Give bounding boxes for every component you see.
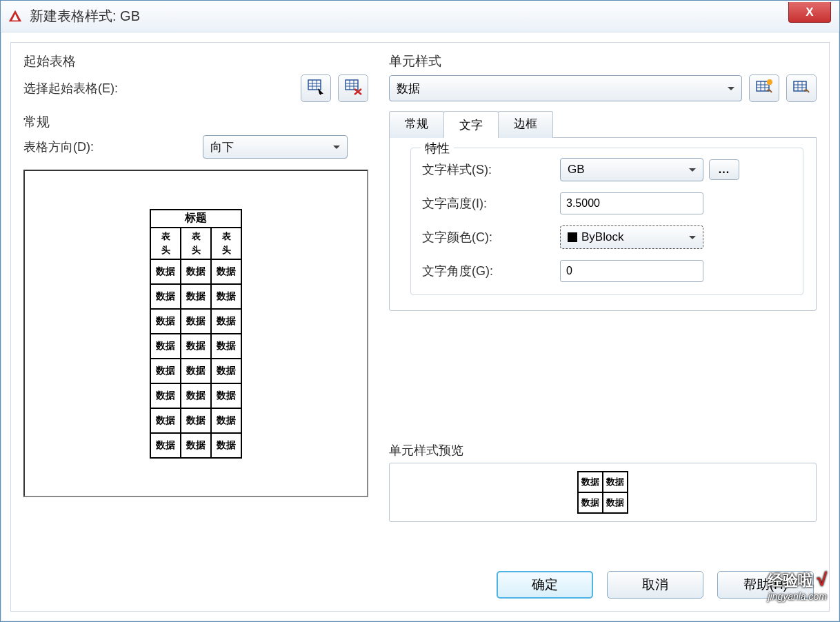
watermark-url: jingyanla.com xyxy=(768,591,827,602)
text-style-select[interactable]: GB xyxy=(560,158,703,181)
dialog-body: 起始表格 选择起始表格(E): xyxy=(10,42,830,612)
text-style-label: 文字样式(S): xyxy=(422,161,560,178)
cell-style-preview-group: 单元样式预览 数据数据 数据数据 xyxy=(389,442,817,522)
table-preview: 标题 表头 表头 表头 数据数据数据 数据数据数据 数据数据数据 数据数据数据 … xyxy=(23,170,368,497)
svg-rect-0 xyxy=(308,80,321,90)
text-style-browse-button[interactable]: ... xyxy=(709,159,739,180)
svg-rect-18 xyxy=(794,81,806,91)
cell-style-select[interactable]: 数据 xyxy=(389,75,742,101)
ellipsis-icon: ... xyxy=(719,163,730,176)
title-bar: 新建表格样式: GB X xyxy=(1,1,839,32)
color-swatch-icon xyxy=(568,232,577,242)
ok-button[interactable]: 确定 xyxy=(497,571,593,599)
check-icon: √ xyxy=(817,569,827,590)
sample-header-cell: 表头 xyxy=(150,228,181,259)
mini-preview-table: 数据数据 数据数据 xyxy=(577,471,628,514)
tab-panel-text: 特性 文字样式(S): GB ... 文字高度(I): xyxy=(389,138,817,311)
cell-style-heading: 单元样式 xyxy=(389,52,817,70)
direction-value: 向下 xyxy=(210,139,234,155)
cancel-button[interactable]: 取消 xyxy=(607,571,703,599)
table-manage-icon xyxy=(792,79,810,98)
tab-general[interactable]: 常规 xyxy=(389,111,444,138)
sample-header-cell: 表头 xyxy=(181,228,211,259)
start-table-group: 起始表格 选择起始表格(E): xyxy=(23,52,368,102)
direction-select[interactable]: 向下 xyxy=(203,135,348,159)
dialog-buttons: 确定 取消 帮助(H) xyxy=(497,571,814,599)
remove-table-button[interactable] xyxy=(338,74,368,102)
cell-style-preview-label: 单元样式预览 xyxy=(389,442,817,459)
text-height-input[interactable] xyxy=(560,192,703,214)
table-cursor-icon xyxy=(307,79,325,98)
properties-fieldset: 特性 文字样式(S): GB ... 文字高度(I): xyxy=(410,148,803,295)
select-table-button[interactable] xyxy=(301,74,331,102)
svg-rect-5 xyxy=(346,80,358,90)
cell-style-value: 数据 xyxy=(397,81,420,97)
window-title: 新建表格样式: GB xyxy=(30,7,140,26)
sample-title-cell: 标题 xyxy=(150,210,241,228)
text-style-value: GB xyxy=(568,163,585,177)
select-start-label: 选择起始表格(E): xyxy=(23,80,294,97)
watermark: 经验啦 √ jingyanla.com xyxy=(768,569,827,602)
new-cell-style-button[interactable] xyxy=(749,74,779,102)
text-angle-input[interactable] xyxy=(560,260,703,282)
general-heading: 常规 xyxy=(23,113,368,131)
tab-text[interactable]: 文字 xyxy=(443,111,499,138)
cell-style-preview: 数据数据 数据数据 xyxy=(389,463,817,522)
general-group: 常规 表格方向(D): 向下 xyxy=(23,113,368,159)
manage-cell-style-button[interactable] xyxy=(786,74,817,102)
close-button[interactable]: X xyxy=(788,2,831,23)
sample-data-cell: 数据 xyxy=(150,259,181,284)
text-color-value: ByBlock xyxy=(581,230,623,244)
start-table-heading: 起始表格 xyxy=(23,52,368,70)
direction-label: 表格方向(D): xyxy=(23,139,196,155)
cell-style-tabs: 常规 文字 边框 xyxy=(389,110,817,138)
sample-table: 标题 表头 表头 表头 数据数据数据 数据数据数据 数据数据数据 数据数据数据 … xyxy=(150,209,242,459)
sample-header-cell: 表头 xyxy=(211,228,241,259)
dialog-window: 新建表格样式: GB X 起始表格 选择起始表格(E): xyxy=(0,0,840,622)
app-icon xyxy=(8,9,23,24)
close-icon: X xyxy=(806,6,813,19)
left-column: 起始表格 选择起始表格(E): xyxy=(23,52,368,560)
watermark-text: 经验啦 xyxy=(768,572,813,589)
text-height-label: 文字高度(I): xyxy=(422,195,560,212)
properties-legend: 特性 xyxy=(421,140,454,157)
table-new-icon xyxy=(755,79,773,98)
text-color-select[interactable]: ByBlock xyxy=(560,225,703,249)
tab-border[interactable]: 边框 xyxy=(498,111,553,138)
text-angle-label: 文字角度(G): xyxy=(422,263,560,279)
text-color-label: 文字颜色(C): xyxy=(422,229,560,245)
right-column: 单元样式 数据 xyxy=(389,52,817,560)
table-delete-icon xyxy=(344,79,362,98)
